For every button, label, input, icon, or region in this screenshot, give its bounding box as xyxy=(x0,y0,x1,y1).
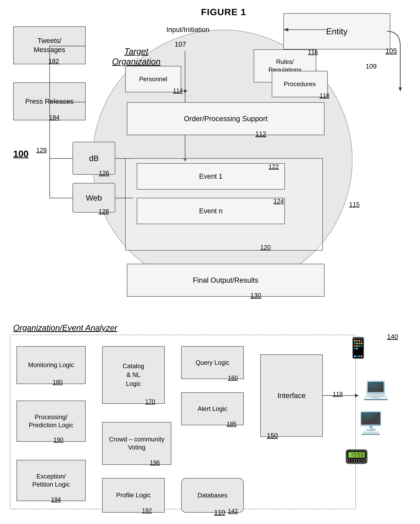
line-press-h xyxy=(49,102,86,102)
personnel-box: Personnel xyxy=(125,66,181,92)
databases-box: Databases xyxy=(181,478,244,513)
procedures-number: 118 xyxy=(319,92,329,99)
org-analyzer-label: Organization/Event Analyzer xyxy=(13,323,117,333)
label-115: 115 xyxy=(349,201,360,208)
device-laptop: 💻 xyxy=(362,376,389,401)
order-number: 112 xyxy=(255,130,266,138)
query-number: 160 xyxy=(228,375,238,381)
line-db-conn xyxy=(49,158,74,159)
personnel-number: 114 xyxy=(173,87,183,94)
tweets-number: 182 xyxy=(49,58,59,65)
eventn-box: Event n xyxy=(137,198,285,224)
procedures-box: Procedures xyxy=(272,71,328,97)
label-119: 119 xyxy=(333,391,343,398)
processing-box: Processing/Prediction Logic xyxy=(17,401,86,442)
catalog-number: 170 xyxy=(145,398,155,405)
event1-number: 122 xyxy=(268,163,279,170)
exception-box: Exception/Petition Logic xyxy=(17,460,86,501)
final-output-box: Final Output/Results xyxy=(127,264,325,297)
monitoring-number: 180 xyxy=(53,379,63,386)
left-vertical-line xyxy=(49,46,50,197)
label-109: 109 xyxy=(366,63,377,70)
label-140: 140 xyxy=(387,333,398,340)
alert-box: Alert Logic xyxy=(181,392,244,425)
input-initiation-label: Input/Initiation xyxy=(166,26,209,34)
event1-box: Event 1 xyxy=(137,163,285,190)
interface-number: 150 xyxy=(267,432,278,439)
svg-marker-2 xyxy=(283,28,288,31)
catalog-box: Catalog& NLLogic xyxy=(102,346,165,404)
arrow-order-down xyxy=(185,135,185,159)
label-129: 129 xyxy=(36,147,47,154)
databases-number: 142 xyxy=(228,508,238,515)
device-mobile-top: 📱 xyxy=(346,336,371,359)
label-100: 100 xyxy=(13,148,28,159)
label-110: 110 xyxy=(214,509,225,516)
device-mobile-bottom: 📟 xyxy=(344,445,369,468)
exception-number: 194 xyxy=(51,496,61,503)
order-box: Order/Processing Support xyxy=(127,102,325,135)
final-output-number: 130 xyxy=(250,292,261,299)
device-monitor: 🖥️ xyxy=(357,410,384,436)
monitoring-box: Monitoring Logic xyxy=(17,346,86,384)
svg-marker-0 xyxy=(399,87,402,91)
target-org-label: TargetOrganization xyxy=(112,46,161,67)
rules-number: 116 xyxy=(308,49,318,56)
line-db-to-circle xyxy=(115,158,133,159)
crowd-box: Crowd – communityVoting xyxy=(102,422,171,465)
figure-title: FIGURE 1 xyxy=(201,7,246,17)
crowd-number: 196 xyxy=(150,459,160,466)
arrow-personnel-down xyxy=(185,92,185,103)
alert-number: 185 xyxy=(227,421,237,428)
press-number: 184 xyxy=(49,114,60,121)
eventn-number: 124 xyxy=(274,198,284,205)
profile-number: 192 xyxy=(142,507,152,514)
profile-box: Profile Logic xyxy=(102,478,165,513)
input-arrow xyxy=(185,51,185,91)
events-number: 120 xyxy=(260,244,271,251)
web-number: 128 xyxy=(98,208,109,215)
query-box: Query Logic xyxy=(181,346,244,379)
entity-connect-svg xyxy=(280,21,329,38)
db-number: 126 xyxy=(99,170,109,177)
line-tweets-h xyxy=(49,46,86,46)
line-web-conn xyxy=(49,198,74,198)
line-web-to-circle xyxy=(115,198,133,198)
input-number: 107 xyxy=(175,40,186,48)
interface-box: Interface xyxy=(260,354,323,437)
processing-number: 190 xyxy=(53,437,63,443)
